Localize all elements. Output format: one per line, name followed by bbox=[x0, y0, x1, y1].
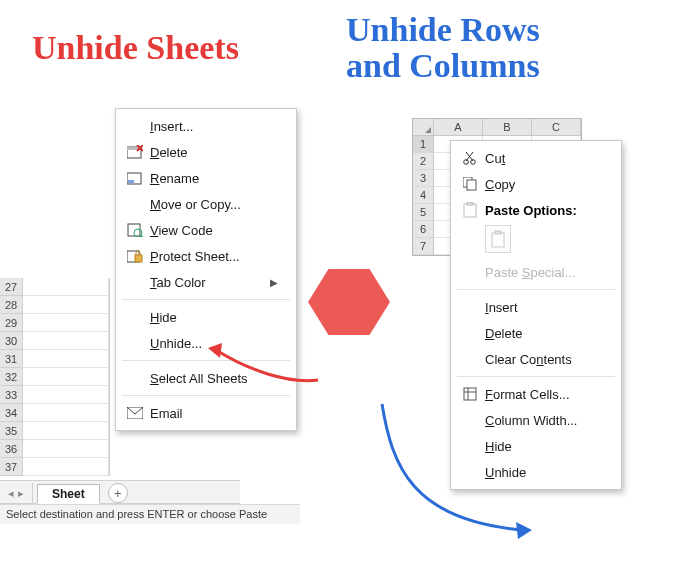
protect-sheet-icon bbox=[124, 249, 146, 263]
menu-paste-special: Paste Special... bbox=[451, 259, 621, 285]
grid-row: 30 bbox=[0, 332, 109, 350]
menu-view-code-label: View Code bbox=[150, 223, 213, 238]
grid-cell[interactable] bbox=[23, 386, 109, 404]
menu-tab-color[interactable]: Tab Color ▶ bbox=[116, 269, 296, 295]
paste-icon bbox=[459, 202, 481, 218]
row-header[interactable]: 29 bbox=[0, 314, 23, 332]
row-header[interactable]: 32 bbox=[0, 368, 23, 386]
title-unhide-rows-cols: Unhide Rows and Columns bbox=[346, 12, 540, 83]
menu-copy[interactable]: Copy bbox=[451, 171, 621, 197]
rename-sheet-icon bbox=[124, 171, 146, 185]
menu-column-width[interactable]: Column Width... bbox=[451, 407, 621, 433]
menu-move-copy[interactable]: Move or Copy... bbox=[116, 191, 296, 217]
menu-hide-col-label: Hide bbox=[485, 439, 512, 454]
row-header[interactable]: 35 bbox=[0, 422, 23, 440]
paste-options-row bbox=[451, 223, 621, 259]
row-header[interactable]: 6 bbox=[413, 221, 434, 238]
grid-cell[interactable] bbox=[23, 458, 109, 476]
menu-insert[interactable]: Insert... bbox=[116, 113, 296, 139]
menu-hide-col[interactable]: Hide bbox=[451, 433, 621, 459]
column-header[interactable]: C bbox=[532, 119, 581, 136]
menu-insert-col[interactable]: Insert bbox=[451, 294, 621, 320]
menu-hide[interactable]: Hide bbox=[116, 304, 296, 330]
menu-insert-col-label: Insert bbox=[485, 300, 518, 315]
grid-row: 33 bbox=[0, 386, 109, 404]
column-context-menu: Cut Copy Paste Options: Paste Special...… bbox=[450, 140, 622, 490]
grid-cell[interactable] bbox=[23, 422, 109, 440]
menu-clear-label: Clear Contents bbox=[485, 352, 572, 367]
menu-view-code[interactable]: View Code bbox=[116, 217, 296, 243]
new-sheet-button[interactable]: + bbox=[108, 483, 128, 503]
row-header[interactable]: 33 bbox=[0, 386, 23, 404]
title-right-line2: and Columns bbox=[346, 47, 540, 84]
menu-format-cells[interactable]: Format Cells... bbox=[451, 381, 621, 407]
grid-row: 27 bbox=[0, 278, 109, 296]
grid-cell[interactable] bbox=[23, 278, 109, 296]
menu-paste-options-header: Paste Options: bbox=[451, 197, 621, 223]
row-header[interactable]: 2 bbox=[413, 153, 434, 170]
row-header[interactable]: 3 bbox=[413, 170, 434, 187]
menu-select-all-sheets[interactable]: Select All Sheets bbox=[116, 365, 296, 391]
svg-rect-24 bbox=[464, 388, 476, 400]
column-header[interactable]: A bbox=[434, 119, 483, 136]
grid-cell[interactable] bbox=[23, 314, 109, 332]
row-header[interactable]: 7 bbox=[413, 238, 434, 255]
menu-delete-col[interactable]: Delete bbox=[451, 320, 621, 346]
menu-separator bbox=[122, 299, 290, 300]
red-hexagon-graphic bbox=[308, 266, 390, 338]
sheet-nav-buttons[interactable]: ◂ ▸ bbox=[0, 483, 33, 503]
menu-delete[interactable]: Delete bbox=[116, 139, 296, 165]
paste-option-default[interactable] bbox=[485, 225, 511, 253]
menu-move-copy-label: Move or Copy... bbox=[150, 197, 241, 212]
menu-unhide-col[interactable]: Unhide bbox=[451, 459, 621, 485]
menu-delete-col-label: Delete bbox=[485, 326, 523, 341]
svg-line-8 bbox=[141, 236, 143, 237]
row-header[interactable]: 4 bbox=[413, 187, 434, 204]
grid-cell[interactable] bbox=[23, 368, 109, 386]
svg-marker-13 bbox=[516, 522, 532, 539]
menu-cut-label: Cut bbox=[485, 151, 505, 166]
title-right-line1: Unhide Rows bbox=[346, 11, 540, 48]
menu-separator bbox=[122, 395, 290, 396]
row-header[interactable]: 30 bbox=[0, 332, 23, 350]
menu-format-cells-label: Format Cells... bbox=[485, 387, 570, 402]
menu-clear-contents[interactable]: Clear Contents bbox=[451, 346, 621, 372]
row-header[interactable]: 5 bbox=[413, 204, 434, 221]
sheet-tab-active[interactable]: Sheet bbox=[37, 484, 100, 504]
menu-cut[interactable]: Cut bbox=[451, 145, 621, 171]
row-header[interactable]: 1 bbox=[413, 136, 434, 153]
menu-rename[interactable]: Rename bbox=[116, 165, 296, 191]
menu-email[interactable]: Email bbox=[116, 400, 296, 426]
title-unhide-sheets: Unhide Sheets bbox=[32, 30, 239, 66]
grid-cell[interactable] bbox=[23, 440, 109, 458]
cut-icon bbox=[459, 151, 481, 165]
row-header[interactable]: 36 bbox=[0, 440, 23, 458]
grid-row: 29 bbox=[0, 314, 109, 332]
select-all-corner[interactable] bbox=[413, 119, 434, 136]
row-header[interactable]: 37 bbox=[0, 458, 23, 476]
row-header[interactable]: 31 bbox=[0, 350, 23, 368]
grid-cell[interactable] bbox=[23, 332, 109, 350]
grid-cell[interactable] bbox=[23, 296, 109, 314]
grid-row: 34 bbox=[0, 404, 109, 422]
grid-cell[interactable] bbox=[23, 350, 109, 368]
svg-rect-5 bbox=[128, 180, 134, 183]
menu-paste-special-label: Paste Special... bbox=[485, 265, 575, 280]
menu-protect-sheet[interactable]: Protect Sheet... bbox=[116, 243, 296, 269]
format-cells-icon bbox=[459, 387, 481, 401]
grid-row: 31 bbox=[0, 350, 109, 368]
svg-rect-20 bbox=[464, 204, 476, 217]
row-header[interactable]: 27 bbox=[0, 278, 23, 296]
menu-paste-options-label: Paste Options: bbox=[485, 203, 577, 218]
column-header[interactable]: B bbox=[483, 119, 532, 136]
menu-unhide-label: Unhide... bbox=[150, 336, 202, 351]
copy-icon bbox=[459, 177, 481, 191]
row-header[interactable]: 28 bbox=[0, 296, 23, 314]
menu-separator bbox=[457, 289, 615, 290]
grid-cell[interactable] bbox=[23, 404, 109, 422]
svg-rect-10 bbox=[135, 255, 142, 262]
svg-rect-23 bbox=[495, 231, 501, 234]
menu-column-width-label: Column Width... bbox=[485, 413, 577, 428]
menu-unhide[interactable]: Unhide... bbox=[116, 330, 296, 356]
row-header[interactable]: 34 bbox=[0, 404, 23, 422]
